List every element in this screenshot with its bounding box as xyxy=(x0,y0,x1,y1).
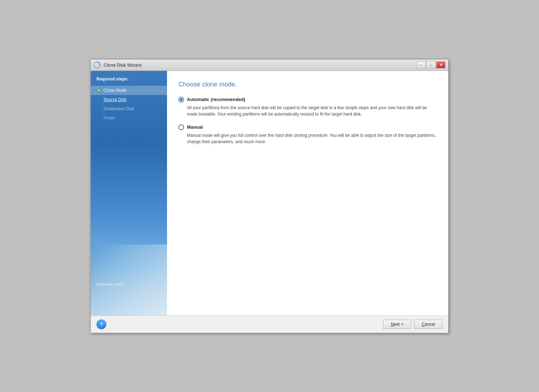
window-title: Clone Disk Wizard xyxy=(104,62,141,68)
option-manual-desc: Manual mode will give you full control o… xyxy=(187,132,437,145)
panel-title: Choose clone mode. xyxy=(178,81,437,88)
radio-automatic-inner xyxy=(180,98,183,101)
cancel-underline-char: Cancel xyxy=(422,322,435,327)
option-automatic: Automatic (recommended) All your partiti… xyxy=(178,97,437,117)
option-manual-label: Manual xyxy=(187,124,203,130)
sidebar-item-destination-disk: Destination Disk xyxy=(91,104,167,113)
option-group: Automatic (recommended) All your partiti… xyxy=(178,97,437,145)
option-automatic-desc: All your partitions from the source hard… xyxy=(187,105,437,117)
option-automatic-header[interactable]: Automatic (recommended) xyxy=(178,97,437,102)
next-button[interactable]: Next > xyxy=(383,320,411,329)
optional-steps-section: Optional steps xyxy=(96,281,123,287)
option-manual-header[interactable]: Manual xyxy=(178,124,437,130)
sidebar-item-clone-mode-label: Clone Mode xyxy=(104,88,127,93)
wizard-window: Clone Disk Wizard − □ ✕ Required steps: … xyxy=(90,59,449,333)
sidebar-item-source-disk-label: Source Disk xyxy=(104,97,127,102)
cancel-button[interactable]: Cancel xyxy=(414,320,443,329)
sidebar-item-source-disk[interactable]: Source Disk xyxy=(91,95,167,104)
title-bar-controls: − □ ✕ xyxy=(416,61,445,68)
wizard-body: Required steps: Clone Mode Source Disk D… xyxy=(91,71,448,315)
restore-button[interactable]: □ xyxy=(426,61,435,68)
sidebar: Required steps: Clone Mode Source Disk D… xyxy=(91,71,167,315)
footer-buttons: Next > Cancel xyxy=(383,320,443,329)
minimize-button[interactable]: − xyxy=(416,61,426,68)
help-button[interactable]: ? xyxy=(96,319,106,329)
title-bar: Clone Disk Wizard − □ ✕ xyxy=(91,60,448,71)
optional-steps-label: Optional steps xyxy=(96,282,123,286)
main-panel: Choose clone mode. Automatic (recommende… xyxy=(167,71,448,315)
required-steps-label: Required steps: xyxy=(91,77,167,86)
option-automatic-label: Automatic (recommended) xyxy=(187,97,245,102)
radio-automatic[interactable] xyxy=(178,97,184,102)
wizard-footer: ? Next > Cancel xyxy=(91,315,448,333)
sidebar-item-destination-disk-label: Destination Disk xyxy=(104,106,134,111)
sidebar-item-clone-mode[interactable]: Clone Mode xyxy=(91,86,167,95)
sidebar-item-finish: Finish xyxy=(91,113,167,123)
sidebar-item-finish-label: Finish xyxy=(104,116,115,121)
next-underline-char: Next > xyxy=(391,322,403,327)
arrow-icon xyxy=(96,88,101,93)
radio-manual[interactable] xyxy=(178,124,184,130)
close-button[interactable]: ✕ xyxy=(436,61,445,68)
option-manual: Manual Manual mode will give you full co… xyxy=(178,124,437,145)
app-icon xyxy=(94,61,101,68)
svg-marker-1 xyxy=(99,64,100,66)
title-bar-left: Clone Disk Wizard xyxy=(94,61,141,68)
